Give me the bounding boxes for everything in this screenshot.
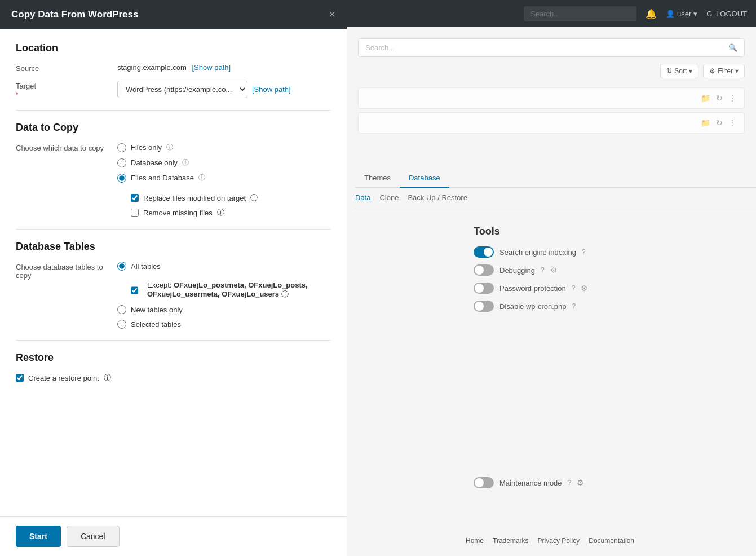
sub-nav-backup[interactable]: Back Up / Restore [408,193,467,202]
radio-database-only-input[interactable] [117,158,126,167]
target-select[interactable]: WordPress (https://example.co... [117,81,247,98]
files-only-info-icon[interactable]: ⓘ [166,143,173,152]
maintenance-help-icon[interactable]: ? [568,479,572,487]
refresh-icon[interactable]: ↻ [716,94,723,103]
remove-missing-checkbox[interactable] [131,209,139,217]
radio-selected-tables-input[interactable] [117,320,126,329]
tool-password-protection: Password protection ? ⚙ [474,283,745,294]
bell-icon[interactable]: 🔔 [646,8,657,19]
disable-wp-cron-toggle[interactable] [474,301,494,312]
list-item: 📁 ↻ ⋮ [358,87,745,109]
debugging-toggle[interactable] [474,264,494,276]
divider-1 [16,110,331,111]
restore-section-title: Restore [16,352,331,364]
cancel-button[interactable]: Cancel [67,526,120,547]
radio-files-only[interactable]: Files only ⓘ [117,143,331,152]
right-search-bar: Search... 🔍 [358,38,745,57]
replace-files-checkbox[interactable] [131,194,139,202]
radio-all-tables-input[interactable] [117,262,126,271]
radio-new-tables-only[interactable]: New tables only [117,305,331,314]
radio-all-tables[interactable]: All tables [117,262,331,271]
files-and-database-info-icon[interactable]: ⓘ [198,173,205,183]
except-tables-info-icon[interactable]: ⓘ [281,290,289,298]
search-placeholder: Search... [365,43,395,52]
except-text: Except: OFxuejLo_postmeta, OFxuejLo_post… [147,281,331,299]
sort-filter-bar: ⇅ Sort ▾ ⚙ Filter ▾ [358,64,745,78]
files-and-database-suboptions: Replace files modified on target ⓘ Remov… [131,193,331,218]
topbar-search-input[interactable] [524,6,636,21]
target-row: Target * WordPress (https://example.co..… [16,81,331,99]
checkbox-except-tables[interactable]: Except: OFxuejLo_postmeta, OFxuejLo_post… [131,281,331,299]
maintenance-gear-icon[interactable]: ⚙ [577,478,584,487]
source-value: staging.example.com [Show path] [117,63,331,72]
more-icon[interactable]: ⋮ [728,94,736,103]
sort-button[interactable]: ⇅ Sort ▾ [660,64,698,78]
tool-search-engine-indexing: Search engine indexing ? [474,246,745,258]
tool-debugging: Debugging ? ⚙ [474,264,745,276]
radio-selected-tables[interactable]: Selected tables [117,320,331,329]
tools-section: Tools Search engine indexing ? Debugging… [474,226,745,319]
footer-home-link[interactable]: Home [466,537,484,545]
modal-header: Copy Data From WordPress × [0,0,347,29]
target-value: WordPress (https://example.co... [Show p… [117,81,331,98]
tab-themes[interactable]: Themes [355,169,400,187]
restore-section: Restore Create a restore point ⓘ [16,352,331,383]
right-tabs: Themes Database Data Clone Back Up / Res… [355,169,756,217]
checkbox-create-restore[interactable]: Create a restore point ⓘ [16,373,331,383]
more-icon[interactable]: ⋮ [728,118,736,127]
radio-files-only-input[interactable] [117,143,126,152]
database-tables-radio-group: All tables Except: OFxuejLo_postmeta, OF… [117,262,331,329]
checkbox-remove-missing[interactable]: Remove missing files ⓘ [131,208,331,218]
restore-info-icon[interactable]: ⓘ [104,373,111,383]
user-menu[interactable]: 👤 user ▾ [666,10,697,18]
sub-nav-data[interactable]: Data [355,193,370,202]
modal-close-button[interactable]: × [329,8,335,21]
target-show-path-link[interactable]: [Show path] [252,85,291,94]
debugging-gear-icon[interactable]: ⚙ [550,266,558,275]
start-button[interactable]: Start [16,526,61,547]
password-protection-toggle[interactable] [474,283,494,294]
search-engine-indexing-help-icon[interactable]: ? [582,248,586,256]
maintenance-mode-toggle[interactable] [474,477,494,488]
remove-missing-info-icon[interactable]: ⓘ [217,208,224,218]
data-copy-radio-group: Files only ⓘ Database only ⓘ Files and D… [117,143,331,218]
refresh-icon[interactable]: ↻ [716,118,723,127]
data-to-copy-section-title: Data to Copy [16,122,331,134]
search-icon[interactable]: 🔍 [728,43,737,52]
location-section-title: Location [16,42,331,54]
database-tables-section-title: Database Tables [16,241,331,253]
except-tables-checkbox[interactable] [131,286,138,294]
radio-new-tables-only-input[interactable] [117,305,126,314]
copy-data-modal: Copy Data From WordPress × Location Sour… [0,0,347,556]
right-footer: Home Trademarks Privacy Policy Documenta… [355,537,745,545]
create-restore-checkbox[interactable] [16,374,24,382]
logout-button[interactable]: G LOGOUT [706,10,747,18]
filter-button[interactable]: ⚙ Filter ▾ [703,64,745,78]
sort-chevron-icon: ▾ [689,67,692,75]
data-copy-row: Choose which data to copy Files only ⓘ D… [16,143,331,218]
sub-nav-clone[interactable]: Clone [379,193,399,202]
folder-icon: 📁 [701,118,710,127]
checkbox-replace-files[interactable]: Replace files modified on target ⓘ [131,193,331,203]
replace-files-info-icon[interactable]: ⓘ [250,193,258,203]
footer-trademarks-link[interactable]: Trademarks [493,537,529,545]
password-protection-gear-icon[interactable]: ⚙ [581,284,588,293]
all-tables-suboptions: Except: OFxuejLo_postmeta, OFxuejLo_post… [131,281,331,299]
password-protection-help-icon[interactable]: ? [572,284,576,292]
google-icon: G [706,10,712,18]
disable-wp-cron-help-icon[interactable]: ? [572,302,576,310]
radio-files-and-database[interactable]: Files and Database ⓘ [117,173,331,183]
divider-3 [16,340,331,341]
choose-tables-label: Choose database tables to copy [16,262,117,280]
search-engine-indexing-toggle[interactable] [474,246,494,258]
source-show-path-link[interactable]: [Show path] [192,63,231,72]
debugging-help-icon[interactable]: ? [541,266,545,274]
target-select-wrapper: WordPress (https://example.co... [Show p… [117,81,331,98]
database-only-info-icon[interactable]: ⓘ [182,158,189,167]
footer-privacy-link[interactable]: Privacy Policy [538,537,580,545]
choose-data-label: Choose which data to copy [16,143,117,152]
footer-documentation-link[interactable]: Documentation [589,537,634,545]
radio-database-only[interactable]: Database only ⓘ [117,158,331,167]
tab-database[interactable]: Database [400,169,449,188]
radio-files-and-database-input[interactable] [117,174,126,183]
